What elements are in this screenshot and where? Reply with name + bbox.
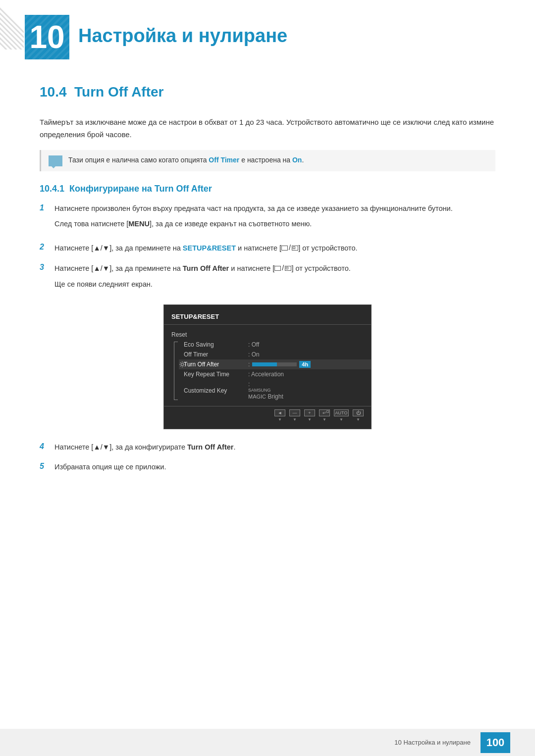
step-number-1: 1	[40, 203, 54, 212]
step-item-5: 5 Избраната опция ще се приложи.	[40, 461, 495, 473]
progress-track	[252, 362, 297, 366]
page-container: 10 Настройка и нулиране 10.4 Turn Off Af…	[0, 0, 535, 756]
note-box: Тази опция е налична само когато опцията…	[40, 150, 495, 171]
step-number-2: 2	[40, 242, 54, 252]
screen-btn-power: ⏻ ▼	[353, 409, 364, 422]
btn-shape-left: ◄	[274, 409, 285, 416]
screen-bottom-bar: ◄ ▼ — ▼ + ▼	[164, 406, 371, 423]
step-content-5: Избраната опция ще се приложи.	[54, 461, 495, 473]
section-heading: Turn Off After	[74, 84, 163, 100]
screen-row-eco: Eco Saving : Off	[179, 340, 371, 350]
note-text: Тази опция е налична само когато опцията…	[68, 155, 304, 165]
step5-text: Избраната опция ще се приложи.	[54, 463, 166, 471]
screen-value-turnoff: : 4h	[248, 361, 311, 368]
body-paragraph: Таймерът за изключване може да се настро…	[40, 116, 495, 141]
note-highlight2: On	[292, 156, 302, 164]
subsection-number: 10.4.1	[40, 184, 64, 194]
screen-label-offtimer: Off Timer	[184, 351, 248, 358]
chapter-number-bg: 10	[25, 15, 69, 59]
svg-point-0	[181, 363, 184, 366]
btn-shape-auto: AUTO	[334, 409, 349, 416]
screen-label-reset: Reset	[171, 331, 236, 338]
screen-menu-header: SETUP&RESET	[164, 311, 371, 325]
note-suffix: .	[302, 156, 304, 164]
step-content-4: Натиснете [▲/▼], за да конфигурирате Tur…	[54, 442, 495, 454]
step-item: 3 Натиснете [▲/▼], за да преминете на Tu…	[40, 262, 495, 295]
btn-shape-power: ⏻	[353, 409, 364, 416]
step1-subnote: След това натиснете [MENU], за да се изв…	[54, 218, 495, 230]
screen-btn-enter: ↵ ▼	[319, 409, 330, 422]
btn-shape-plus: +	[304, 409, 315, 416]
step-number-5: 5	[40, 461, 54, 471]
screen-label-keyrepeat: Key Repeat Time	[184, 371, 248, 378]
step3-subnote: Ще се появи следният екран.	[54, 279, 495, 291]
screen-container: SETUP&RESET Reset Eco Saving	[40, 304, 495, 429]
btn-shape-enter: ↵	[319, 409, 330, 416]
step-item: 1 Натиснете произволен бутон върху предн…	[40, 203, 495, 235]
step-content-2: Натиснете [▲/▼], за да преминете на SETU…	[54, 242, 495, 254]
bracket-decoration	[174, 342, 178, 400]
chapter-header: 10 Настройка и нулиране	[0, 0, 535, 69]
main-content: 10.4 Turn Off After Таймерът за изключва…	[0, 69, 535, 496]
screen-btn-minus: — ▼	[289, 409, 300, 422]
chapter-number: 10	[29, 21, 64, 53]
screen-value-offtimer: : On	[248, 351, 260, 358]
screen-row-keyrepeat: Key Repeat Time : Acceleration	[179, 369, 371, 379]
step1-text: Натиснете произволен бутон върху преднат…	[54, 204, 453, 212]
screen-btn-plus: + ▼	[304, 409, 315, 422]
gear-icon	[179, 361, 186, 368]
screen-value-customkey: : SAMSUNGMAGIC Bright	[248, 381, 283, 401]
step3-bold: Turn Off After	[183, 264, 229, 272]
step-content-3: Натиснете [▲/▼], за да преминете на Turn…	[54, 262, 495, 295]
step4-bold: Turn Off After	[187, 443, 233, 451]
step-content-1: Натиснете произволен бутон върху преднат…	[54, 203, 495, 235]
note-icon	[49, 155, 62, 166]
progress-fill	[252, 362, 277, 366]
screen-btn-left: ◄ ▼	[274, 409, 285, 422]
steps-list: 1 Натиснете произволен бутон върху предн…	[40, 203, 495, 295]
screen-box: SETUP&RESET Reset Eco Saving	[163, 304, 372, 429]
section-title: 10.4 Turn Off After	[40, 84, 495, 104]
screen-row-reset: Reset	[164, 330, 371, 340]
chapter-title: Настройка и нулиране	[78, 15, 287, 48]
step-item-4: 4 Натиснете [▲/▼], за да конфигурирате T…	[40, 442, 495, 454]
page-footer: 10 Настройка и нулиране 100	[0, 729, 535, 756]
screen-bracket-group: Eco Saving : Off Off Timer : On	[164, 340, 371, 402]
screen-buttons: ◄ ▼ — ▼ + ▼	[274, 409, 364, 422]
chapter-number-block: 10	[25, 15, 69, 59]
screen-value-keyrepeat: : Acceleration	[248, 371, 284, 378]
note-middle: е настроена на	[239, 156, 292, 164]
progress-value: 4h	[299, 361, 311, 368]
footer-chapter-text: 10 Настройка и нулиране	[394, 739, 471, 746]
screen-row-offtimer: Off Timer : On	[179, 350, 371, 359]
screen-btn-auto: AUTO ▼	[334, 409, 349, 422]
screen-row-turnoff: Turn Off After : 4h	[179, 359, 371, 369]
subsection-heading: Конфигуриране на Turn Off After	[69, 184, 212, 194]
screen-row-customkey: Customized Key : SAMSUNGMAGIC Bright	[179, 379, 371, 402]
step-item: 2 Натиснете [▲/▼], за да преминете на SE…	[40, 242, 495, 254]
step-number-3: 3	[40, 262, 54, 272]
note-highlight1: Off Timer	[209, 156, 239, 164]
screen-label-customkey: Customized Key	[184, 387, 248, 394]
note-prefix: Тази опция е налична само когато опцията	[68, 156, 209, 164]
step2-bold: SETUP&RESET	[183, 244, 236, 252]
footer-page-number: 100	[481, 732, 510, 753]
screen-label-turnoff: Turn Off After	[184, 361, 248, 368]
btn-shape-minus: —	[289, 409, 300, 416]
screen-value-eco: : Off	[248, 341, 259, 348]
section-number: 10.4	[40, 84, 67, 100]
subsection-title: 10.4.1 Конфигуриране на Turn Off After	[40, 184, 495, 194]
step-number-4: 4	[40, 442, 54, 451]
steps-list-continued: 4 Натиснете [▲/▼], за да конфигурирате T…	[40, 442, 495, 473]
screen-label-eco: Eco Saving	[184, 341, 248, 348]
screen-menu-items: Reset Eco Saving : Off	[164, 328, 371, 425]
